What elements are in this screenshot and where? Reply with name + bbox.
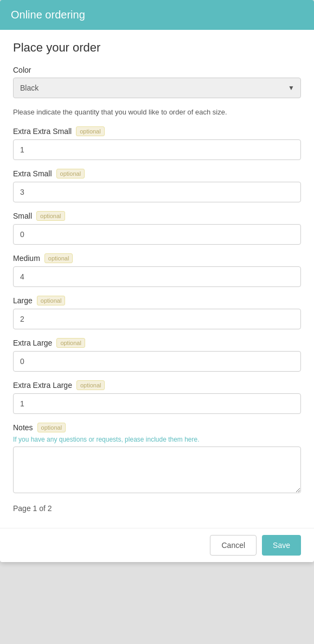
label-m: Mediumoptional: [13, 253, 301, 263]
field-group-m: Mediumoptional: [13, 253, 301, 287]
field-group-xl: Extra Largeoptional: [13, 338, 301, 372]
input-xxl[interactable]: [13, 393, 301, 414]
input-xs[interactable]: [13, 182, 301, 202]
color-select[interactable]: Black White Blue Red: [13, 78, 301, 98]
color-field-group: Color Black White Blue Red: [13, 66, 301, 98]
field-group-xxs: Extra Extra Smalloptional: [13, 126, 301, 160]
modal-header: Online ordering: [0, 0, 314, 30]
optional-badge-xl: optional: [56, 338, 85, 348]
modal-container: Online ordering Place your order Color B…: [0, 0, 314, 562]
cancel-button[interactable]: Cancel: [210, 535, 257, 556]
input-m[interactable]: [13, 266, 301, 287]
notes-hint: If you have any questions or requests, p…: [13, 436, 301, 443]
label-xl: Extra Largeoptional: [13, 338, 301, 348]
optional-badge-xs: optional: [56, 169, 85, 178]
page-indicator: Page 1 of 2: [13, 504, 301, 513]
optional-badge-l: optional: [37, 296, 66, 305]
modal-title: Online ordering: [11, 9, 85, 21]
color-label: Color: [13, 66, 301, 74]
input-l[interactable]: [13, 309, 301, 329]
input-s[interactable]: [13, 224, 301, 245]
notes-textarea[interactable]: [13, 447, 301, 493]
field-group-xxl: Extra Extra Largeoptional: [13, 380, 301, 414]
save-button[interactable]: Save: [262, 535, 301, 556]
input-xxs[interactable]: [13, 139, 301, 160]
label-s: Smalloptional: [13, 211, 301, 221]
field-group-xs: Extra Smalloptional: [13, 169, 301, 202]
modal-body: Place your order Color Black White Blue …: [0, 30, 314, 528]
optional-badge-m: optional: [44, 253, 73, 263]
optional-badge-xxs: optional: [76, 126, 105, 136]
input-xl[interactable]: [13, 351, 301, 372]
label-xxl: Extra Extra Largeoptional: [13, 380, 301, 390]
optional-badge-s: optional: [36, 211, 65, 221]
notes-optional-badge: optional: [37, 423, 66, 432]
field-group-l: Largeoptional: [13, 296, 301, 329]
notes-label: Notes optional: [13, 423, 301, 432]
notes-field-group: Notes optional If you have any questions…: [13, 423, 301, 495]
label-xs: Extra Smalloptional: [13, 169, 301, 178]
field-group-s: Smalloptional: [13, 211, 301, 245]
description-text: Please indicate the quantity that you wo…: [13, 107, 301, 118]
modal-footer: Cancel Save: [0, 528, 314, 562]
page-title: Place your order: [13, 41, 301, 55]
label-l: Largeoptional: [13, 296, 301, 305]
label-xxs: Extra Extra Smalloptional: [13, 126, 301, 136]
optional-badge-xxl: optional: [76, 380, 105, 390]
size-fields-container: Extra Extra SmalloptionalExtra Smallopti…: [13, 126, 301, 414]
color-select-wrapper: Black White Blue Red: [13, 78, 301, 98]
